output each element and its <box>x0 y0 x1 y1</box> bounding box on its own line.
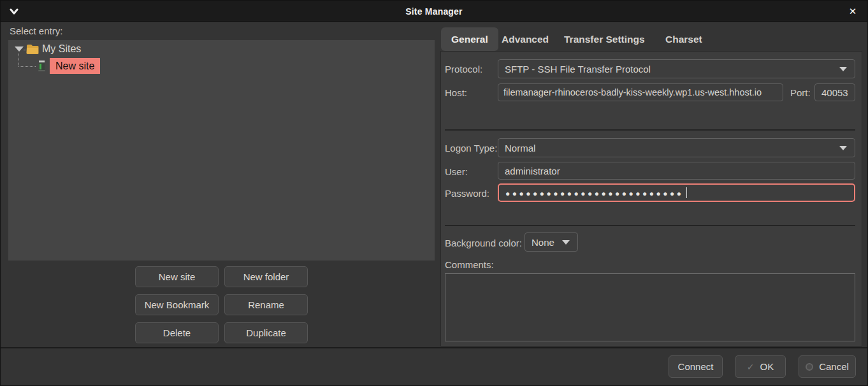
tab-advanced[interactable]: Advanced <box>502 27 549 51</box>
logon-type-label: Logon Type: <box>445 143 497 154</box>
background-color-dropdown[interactable]: None <box>524 232 578 252</box>
site-tree[interactable]: My Sites New site <box>8 40 435 261</box>
background-color-label: Background color: <box>445 238 522 248</box>
new-site-button[interactable]: New site <box>135 266 219 287</box>
port-input[interactable]: 40053 <box>814 83 855 101</box>
comments-textarea-wrap <box>445 273 855 341</box>
host-input[interactable]: filemanager-rhinoceros-badly-kiss-weekly… <box>498 83 783 101</box>
user-value: administrator <box>505 166 560 176</box>
window-title: Site Manager <box>1 1 867 22</box>
separator <box>445 225 855 226</box>
host-value: filemanager-rhinoceros-badly-kiss-weekly… <box>503 87 762 97</box>
tree-connector <box>18 66 36 67</box>
cancel-label: Cancel <box>819 361 849 372</box>
new-folder-button[interactable]: New folder <box>224 266 308 287</box>
password-input[interactable]: ●●●●●●●●●●●●●●●●●●●●●●●●●● <box>498 183 855 202</box>
dropdown-arrow-icon <box>562 240 570 245</box>
protocol-dropdown[interactable]: SFTP - SSH File Transfer Protocol <box>498 59 855 78</box>
background-color-value: None <box>532 237 554 248</box>
host-label: Host: <box>445 87 467 98</box>
tree-connector <box>18 54 19 66</box>
duplicate-button[interactable]: Duplicate <box>224 322 308 343</box>
user-input[interactable]: administrator <box>498 162 855 180</box>
ok-label: OK <box>760 361 774 372</box>
delete-button[interactable]: Delete <box>135 322 219 343</box>
logon-type-dropdown[interactable]: Normal <box>498 138 855 157</box>
port-value: 40053 <box>821 87 848 98</box>
text-caret <box>686 187 687 198</box>
comments-textarea[interactable] <box>445 274 855 341</box>
close-icon[interactable]: ✕ <box>846 4 860 18</box>
dropdown-arrow-icon <box>839 146 847 150</box>
ok-button[interactable]: ✓ OK <box>735 355 786 378</box>
tab-general[interactable]: General <box>441 27 498 51</box>
folder-icon <box>26 44 39 57</box>
site-manager-dialog: Site Manager ✕ Select entry: My Sites Ne… <box>0 0 868 386</box>
rename-button[interactable]: Rename <box>224 294 308 315</box>
connect-button[interactable]: Connect <box>669 355 723 378</box>
protocol-value: SFTP - SSH File Transfer Protocol <box>505 64 651 75</box>
logon-type-value: Normal <box>505 143 535 154</box>
port-label: Port: <box>790 87 811 98</box>
titlebar: Site Manager ✕ <box>1 1 867 22</box>
comments-label: Comments: <box>445 259 494 270</box>
new-bookmark-button[interactable]: New Bookmark <box>135 294 219 315</box>
protocol-label: Protocol: <box>445 64 482 75</box>
footer-separator <box>1 347 867 348</box>
password-masked-value: ●●●●●●●●●●●●●●●●●●●●●●●●●● <box>505 189 683 198</box>
tab-charset[interactable]: Charset <box>665 27 702 51</box>
select-entry-label: Select entry: <box>10 25 62 36</box>
user-label: User: <box>445 166 468 177</box>
checkmark-icon: ✓ <box>747 362 755 372</box>
tree-item-new-site[interactable]: New site <box>50 58 100 74</box>
password-label: Password: <box>445 188 489 199</box>
tab-transfer-settings[interactable]: Transfer Settings <box>564 27 645 51</box>
cancel-button[interactable]: Cancel <box>799 355 856 378</box>
expander-arrow-icon[interactable] <box>15 46 24 52</box>
cancel-circle-icon <box>806 363 813 371</box>
separator <box>445 129 855 131</box>
tree-item-my-sites[interactable]: My Sites <box>42 43 81 55</box>
server-icon <box>37 59 47 75</box>
dropdown-arrow-icon <box>839 67 847 71</box>
connect-label: Connect <box>678 361 714 372</box>
